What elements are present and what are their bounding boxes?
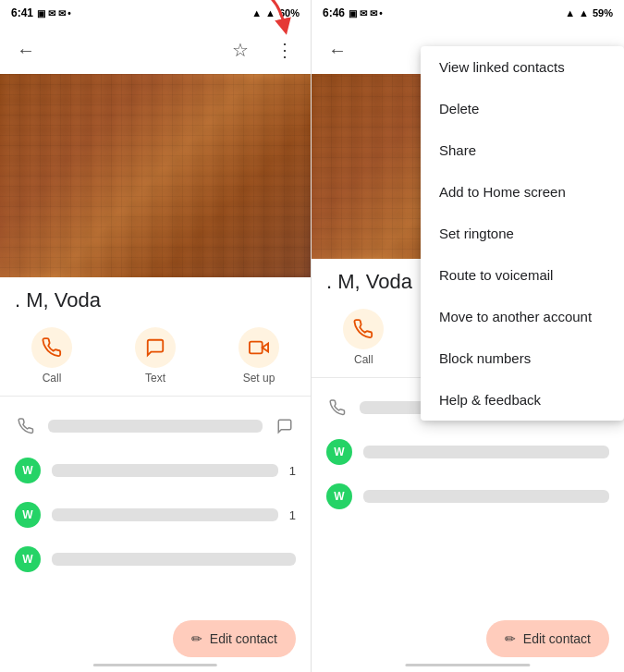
call-label: Call bbox=[43, 372, 62, 385]
whatsapp-icon-2: W bbox=[15, 502, 41, 528]
bottom-bar-right bbox=[405, 664, 530, 666]
toolbar-actions: ☆ ⋮ bbox=[222, 31, 303, 68]
svg-rect-2 bbox=[250, 342, 263, 354]
wa2-badge: 1 bbox=[289, 508, 296, 522]
setup-action[interactable]: Set up bbox=[222, 327, 296, 385]
wa1-badge: 1 bbox=[289, 464, 296, 478]
setup-icon-btn bbox=[239, 327, 279, 368]
whatsapp-icon-3: W bbox=[15, 546, 41, 572]
right-wa2-content bbox=[363, 490, 609, 503]
right-time-display: 6:46 bbox=[323, 6, 345, 19]
right-back-button[interactable]: ← bbox=[319, 31, 356, 68]
menu-help-feedback[interactable]: Help & feedback bbox=[421, 379, 624, 421]
left-toolbar: ← ☆ ⋮ bbox=[0, 26, 311, 74]
right-list-row-wa1: W bbox=[312, 430, 624, 474]
right-status-icons: ▣ ✉ ✉ • bbox=[349, 8, 383, 18]
left-status-bar: 6:41 ▣ ✉ ✉ • ▲ ▲ 60% bbox=[0, 0, 311, 26]
contact-name-left: . M, Voda bbox=[0, 277, 311, 320]
status-icons: ▣ ✉ ✉ • bbox=[37, 8, 71, 18]
phone-row-content bbox=[48, 420, 263, 433]
right-back-icon: ← bbox=[328, 40, 347, 61]
list-row-wa2: W 1 bbox=[0, 493, 311, 537]
signal-icon: ▲ bbox=[251, 7, 262, 18]
menu-block-numbers[interactable]: Block numbers bbox=[421, 337, 624, 379]
text-action[interactable]: Text bbox=[118, 327, 192, 385]
call-action[interactable]: Call bbox=[15, 327, 89, 385]
right-status-bar: 6:46 ▣ ✉ ✉ • ▲ ▲ 59% bbox=[312, 0, 624, 26]
right-wa1-content bbox=[363, 446, 609, 458]
battery-display: 60% bbox=[279, 7, 300, 18]
phone-row-icon bbox=[15, 415, 37, 437]
message-row-icon bbox=[274, 415, 296, 437]
wa1-content bbox=[52, 464, 278, 477]
menu-move-account[interactable]: Move to another account bbox=[421, 296, 624, 337]
list-row-wa1: W 1 bbox=[0, 448, 311, 493]
pencil-icon: ✏ bbox=[191, 631, 202, 646]
whatsapp-icon-1: W bbox=[15, 458, 41, 483]
left-status-right: ▲ ▲ 60% bbox=[251, 7, 300, 18]
list-row-wa3: W bbox=[0, 537, 311, 581]
context-menu: View linked contacts Delete Share Add to… bbox=[421, 46, 624, 421]
right-whatsapp-icon-1: W bbox=[326, 439, 352, 465]
wa3-content bbox=[52, 553, 296, 566]
contact-photo bbox=[0, 74, 311, 277]
list-row-phone bbox=[0, 404, 311, 448]
right-phone-row-icon bbox=[326, 397, 349, 419]
menu-set-ringtone[interactable]: Set ringtone bbox=[421, 213, 624, 254]
menu-add-home[interactable]: Add to Home screen bbox=[421, 171, 624, 213]
bottom-bar-left bbox=[93, 664, 217, 666]
menu-share[interactable]: Share bbox=[421, 129, 624, 171]
star-button[interactable]: ☆ bbox=[222, 31, 259, 68]
right-signal-icon: ▲ bbox=[565, 7, 575, 18]
right-list-row-wa2: W bbox=[312, 474, 624, 519]
edit-contact-label-left: Edit contact bbox=[210, 631, 277, 646]
time-display: 6:41 bbox=[11, 6, 33, 19]
call-icon-btn bbox=[31, 327, 72, 368]
right-wifi-icon: ▲ bbox=[579, 7, 589, 18]
edit-contact-label-right: Edit contact bbox=[523, 631, 591, 646]
left-phone-panel: 6:41 ▣ ✉ ✉ • ▲ ▲ 60% ← ☆ ⋮ bbox=[0, 0, 312, 672]
right-status-right: ▲ ▲ 59% bbox=[565, 7, 613, 18]
menu-route-voicemail[interactable]: Route to voicemail bbox=[421, 254, 624, 296]
menu-view-linked[interactable]: View linked contacts bbox=[421, 46, 624, 88]
more-button[interactable]: ⋮ bbox=[266, 31, 303, 68]
right-status-time: 6:46 ▣ ✉ ✉ • bbox=[323, 6, 383, 19]
right-call-label: Call bbox=[354, 353, 373, 366]
setup-label: Set up bbox=[243, 372, 275, 385]
menu-delete[interactable]: Delete bbox=[421, 88, 624, 129]
right-pencil-icon: ✏ bbox=[505, 631, 516, 646]
more-icon: ⋮ bbox=[275, 39, 294, 61]
right-phone-panel: 6:46 ▣ ✉ ✉ • ▲ ▲ 59% ← . M, Voda Call bbox=[312, 0, 624, 672]
back-icon: ← bbox=[17, 40, 35, 61]
back-button[interactable]: ← bbox=[7, 31, 44, 68]
photo-grid-overlay bbox=[0, 74, 311, 277]
right-call-action[interactable]: Call bbox=[326, 309, 400, 366]
wifi-icon: ▲ bbox=[265, 7, 275, 18]
left-status-time: 6:41 ▣ ✉ ✉ • bbox=[11, 6, 71, 19]
right-battery-display: 59% bbox=[593, 7, 613, 18]
svg-marker-1 bbox=[263, 343, 268, 351]
star-icon: ☆ bbox=[232, 39, 249, 61]
action-bar-left: Call Text Set up bbox=[0, 320, 311, 397]
edit-contact-button-right[interactable]: ✏ Edit contact bbox=[486, 620, 609, 657]
right-call-icon bbox=[343, 309, 384, 349]
wa2-content bbox=[52, 508, 278, 521]
right-whatsapp-icon-2: W bbox=[326, 483, 352, 509]
text-icon-btn bbox=[135, 327, 176, 368]
edit-contact-button-left[interactable]: ✏ Edit contact bbox=[173, 620, 296, 657]
text-label: Text bbox=[145, 372, 165, 385]
